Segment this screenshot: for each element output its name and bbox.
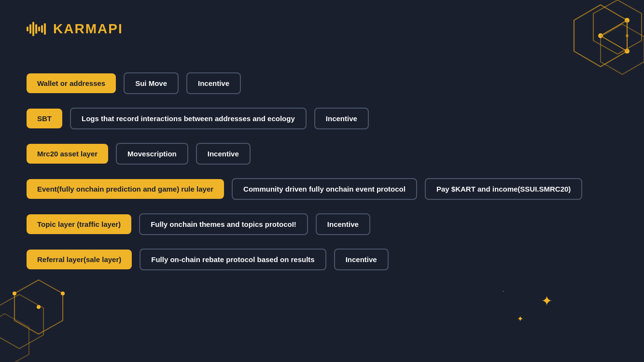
svg-rect-18	[32, 22, 34, 36]
svg-rect-19	[35, 24, 37, 34]
svg-point-4	[625, 18, 630, 23]
event-layer-pill[interactable]: Event(fully onchain prediction and game)…	[27, 179, 224, 199]
row-5: Topic layer (traffic layer) Fully onchai…	[27, 213, 617, 235]
svg-point-15	[13, 292, 16, 295]
svg-point-5	[625, 49, 630, 54]
wallet-addresses-pill[interactable]: Wallet or addresses	[27, 73, 116, 93]
svg-point-14	[61, 292, 65, 295]
svg-point-3	[598, 33, 603, 38]
sbt-pill[interactable]: SBT	[27, 109, 62, 128]
fully-onchain-topics-pill[interactable]: Fully onchain themes and topics protocoI…	[139, 213, 308, 235]
svg-rect-20	[38, 27, 40, 31]
star-decoration-3: ·	[503, 288, 504, 294]
svg-marker-0	[574, 5, 627, 67]
star-decoration-2: ✦	[517, 314, 523, 323]
svg-marker-2	[601, 24, 644, 74]
svg-line-9	[601, 36, 627, 51]
fully-onchain-rebate-pill[interactable]: Fully on-chain rebate protocol based on …	[140, 249, 326, 270]
row-3: Mrc20 asset layer Movescription Incentiv…	[27, 143, 617, 165]
svg-rect-21	[41, 25, 43, 33]
main-content: Wallet or addresses Sui Move Incentive S…	[27, 72, 617, 284]
incentive-1-pill[interactable]: Incentive	[186, 72, 241, 94]
community-driven-pill[interactable]: Community driven fully onchain event pro…	[232, 178, 417, 200]
mrc20-pill[interactable]: Mrc20 asset layer	[27, 144, 108, 164]
incentive-3-pill[interactable]: Incentive	[196, 143, 251, 165]
svg-rect-17	[29, 24, 31, 34]
svg-rect-16	[27, 27, 28, 31]
svg-point-13	[37, 305, 41, 309]
logo-area: KARMAPi	[27, 19, 123, 39]
svg-marker-12	[0, 314, 29, 362]
row-2: SBT Logs that record interactions betwee…	[27, 108, 617, 129]
sui-move-pill[interactable]: Sui Move	[124, 72, 179, 94]
row-6: Referral layer(sale layer) Fully on-chai…	[27, 249, 617, 270]
movescription-pill[interactable]: Movescription	[116, 143, 188, 165]
svg-rect-22	[44, 23, 46, 35]
incentive-4-pill[interactable]: Incentive	[316, 213, 370, 235]
svg-point-6	[626, 34, 629, 37]
svg-line-7	[601, 20, 627, 36]
svg-marker-10	[14, 280, 63, 334]
svg-marker-1	[593, 0, 642, 54]
topic-layer-pill[interactable]: Topic layer (traffic layer)	[27, 214, 131, 234]
incentive-2-pill[interactable]: Incentive	[314, 108, 369, 129]
logs-desc-pill[interactable]: Logs that record interactions between ad…	[70, 108, 307, 129]
row-4: Event(fully onchain prediction and game)…	[27, 178, 617, 200]
row-1: Wallet or addresses Sui Move Incentive	[27, 72, 617, 94]
incentive-5-pill[interactable]: Incentive	[334, 249, 389, 270]
logo-text: KARMAPi	[53, 21, 123, 37]
logo-icon	[27, 19, 48, 39]
star-decoration-1: ✦	[541, 293, 552, 309]
pay-kart-pill[interactable]: Pay $KART and income(SSUI.SMRC20)	[425, 178, 582, 200]
referral-layer-pill[interactable]: Referral layer(sale layer)	[27, 250, 132, 269]
svg-marker-11	[0, 294, 43, 348]
